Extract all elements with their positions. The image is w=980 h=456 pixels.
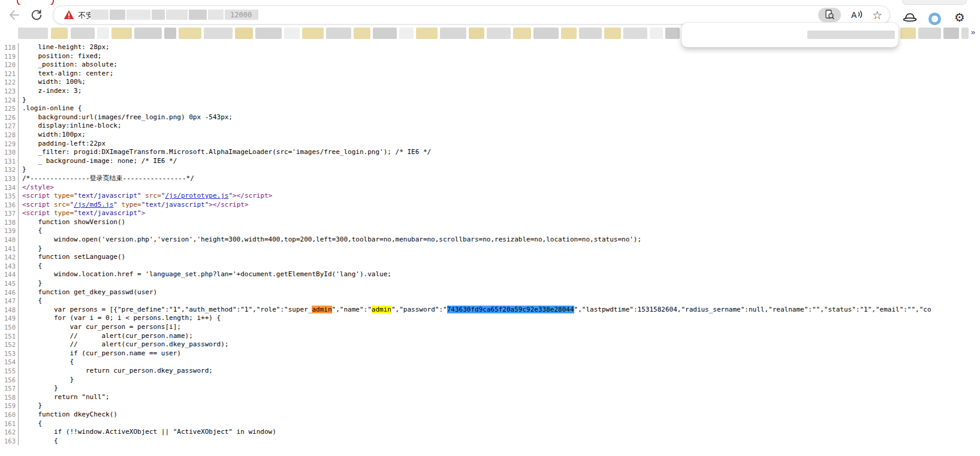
selected-password-hash: 743630fd9ca65f20a59c92e338e28044 (447, 306, 574, 313)
source-line-code: } (22, 279, 42, 288)
url-blur-block (126, 10, 150, 20)
source-line-code: { (22, 358, 74, 367)
source-line: 134</style> (0, 183, 980, 192)
source-line-code: /*---------------登录页结束----------------*/ (22, 174, 194, 183)
line-number: 124 (0, 96, 19, 105)
hat-extension-icon[interactable] (903, 13, 917, 22)
search-in-page-icon[interactable] (818, 8, 841, 22)
bookmark-item-blurred[interactable] (440, 28, 466, 39)
source-line: 122 width: 100%; (0, 78, 980, 87)
source-line: 137<script type="text/javascript"> (0, 209, 980, 218)
source-line: 159 } (0, 401, 980, 410)
line-number: 162 (0, 428, 19, 437)
line-number: 119 (0, 52, 19, 61)
source-line-code: return cur_person.dkey_password; (22, 367, 213, 376)
bookmark-item-blurred[interactable] (513, 28, 531, 39)
bookmark-item-blurred[interactable] (399, 28, 414, 39)
find-match: admin (372, 306, 391, 313)
source-line: 161 { (0, 419, 980, 428)
bookmark-item-blurred[interactable] (97, 28, 109, 39)
bookmark-item-blurred[interactable] (943, 28, 959, 39)
source-line: 127 display:inline-block; (0, 122, 980, 131)
source-line-code: <script type="text/javascript" src="/js/… (22, 192, 272, 201)
source-line: 119 position: fixed; (0, 52, 980, 61)
bookmark-item-blurred[interactable] (665, 28, 680, 39)
bookmark-item-blurred[interactable] (918, 28, 941, 39)
security-warning-icon[interactable] (64, 10, 74, 20)
bookmark-item-blurred[interactable] (284, 28, 300, 39)
line-number: 149 (0, 314, 19, 323)
source-line: 138 function showVersion() (0, 218, 980, 227)
bookmark-item-blurred[interactable] (469, 28, 484, 39)
source-line: 142 function setLanguage() (0, 253, 980, 262)
source-line-code: line-height: 28px; (22, 43, 110, 52)
bookmark-item-blurred[interactable] (235, 28, 253, 39)
line-number: 129 (0, 140, 19, 149)
line-number: 138 (0, 218, 19, 227)
bookmark-item-blurred[interactable] (373, 28, 397, 39)
read-aloud-icon[interactable]: A (850, 9, 863, 21)
bookmarks-overflow-chevron[interactable]: » (971, 28, 975, 37)
source-line: 150 var cur_person = persons[i]; (0, 323, 980, 332)
line-number: 133 (0, 174, 19, 183)
source-line-code: if (!!window.ActiveXObject || "ActiveXOb… (22, 428, 276, 437)
source-line-code: { (22, 227, 42, 235)
bookmark-item-blurred[interactable] (487, 28, 511, 39)
address-dropdown-popup[interactable] (682, 23, 898, 47)
url-blur-block (166, 10, 188, 20)
bookmark-item-blurred[interactable] (579, 28, 602, 39)
source-line-code: } (22, 244, 42, 253)
bookmark-item-blurred[interactable] (302, 28, 324, 39)
bookmark-item-blurred[interactable] (255, 28, 282, 39)
bookmark-item-blurred[interactable] (111, 28, 132, 39)
source-line-code: <script src="/js/md5.js" type="text/java… (22, 201, 249, 210)
line-number: 141 (0, 244, 19, 253)
bookmark-item-blurred[interactable] (51, 28, 68, 39)
bookmark-item-blurred[interactable] (354, 28, 370, 39)
line-number: 136 (0, 201, 19, 210)
source-line-code: } (22, 384, 58, 393)
address-bar[interactable]: 不安 12000 A ☆ (53, 5, 890, 25)
source-link[interactable]: /js/md5.js (74, 201, 113, 209)
source-line: 120 _position: absolute; (0, 61, 980, 70)
source-line-code: window.location.href = 'language_set.php… (22, 270, 391, 279)
source-line-code: padding-left:22px (22, 140, 105, 149)
bookmark-item-blurred[interactable] (18, 28, 48, 39)
url-blur-block (208, 10, 224, 20)
bookmark-item-blurred[interactable] (604, 28, 621, 39)
bookmark-item-blurred[interactable] (326, 28, 351, 39)
line-number: 158 (0, 393, 19, 402)
view-source-content: 118 line-height: 28px;119 position: fixe… (0, 43, 980, 456)
back-button[interactable] (7, 8, 22, 22)
bookmark-item-blurred[interactable] (134, 28, 162, 39)
line-number: 118 (0, 43, 19, 52)
tab-strip (0, 0, 980, 5)
bookmark-item-blurred[interactable] (71, 28, 95, 39)
bookmark-item-blurred[interactable] (416, 28, 438, 39)
bookmark-item-blurred[interactable] (623, 28, 647, 39)
reload-button[interactable] (30, 8, 44, 22)
source-line: 145 } (0, 279, 980, 288)
source-line: 130 _filter: progid:DXImageTransform.Mic… (0, 148, 980, 157)
favorites-star-icon[interactable]: ☆ (872, 9, 882, 21)
source-line: 129 padding-left:22px (0, 140, 980, 149)
source-line-code: display:inline-block; (22, 122, 122, 131)
bookmark-item-blurred[interactable] (650, 28, 663, 39)
source-line-code: function get_dkey_passwd(user) (22, 288, 157, 297)
line-number: 122 (0, 78, 19, 87)
bookmark-item-blurred[interactable] (179, 28, 201, 39)
settings-gear-icon[interactable]: ⚙ (954, 10, 965, 25)
bookmark-item-blurred[interactable] (900, 28, 916, 39)
bookmark-item-blurred[interactable] (204, 28, 233, 39)
source-line: 131 _ background-image: none; /* IE6 */ (0, 157, 980, 166)
line-number: 145 (0, 279, 19, 288)
ring-extension-icon[interactable] (928, 13, 941, 25)
source-link[interactable]: /js/prototype.js (165, 192, 228, 200)
bookmark-item-blurred[interactable] (164, 28, 176, 39)
bookmark-item-blurred[interactable] (961, 28, 969, 39)
tab-fragment[interactable] (902, 0, 967, 5)
bookmark-item-blurred[interactable] (533, 28, 559, 39)
line-number: 147 (0, 297, 19, 306)
bookmark-item-blurred[interactable] (561, 28, 577, 39)
back-arrow-icon (7, 8, 20, 22)
